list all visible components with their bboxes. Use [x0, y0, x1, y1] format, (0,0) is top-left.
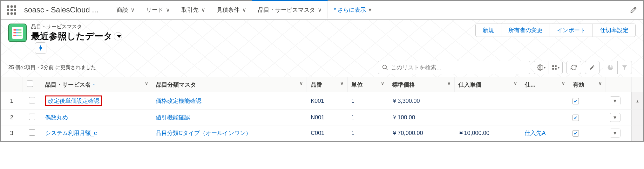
- change-owner-button[interactable]: 所有者の変更: [501, 24, 550, 37]
- filter-button[interactable]: [617, 61, 632, 74]
- cell-item-number: C001: [307, 125, 348, 141]
- row-action-menu[interactable]: ▾: [610, 113, 620, 122]
- svg-point-0: [383, 65, 387, 69]
- col-name[interactable]: 品目・サービス名↑∨: [41, 77, 152, 92]
- chevron-down-icon[interactable]: ∨: [201, 6, 205, 13]
- row-select[interactable]: [23, 125, 41, 141]
- checkbox[interactable]: [29, 97, 35, 103]
- new-button[interactable]: 新規: [475, 24, 501, 37]
- col-supplier[interactable]: 仕...∨: [521, 77, 569, 92]
- dropdown-icon[interactable]: [114, 32, 122, 40]
- row-action-menu[interactable]: ▾: [610, 129, 620, 137]
- edit-nav-icon[interactable]: [630, 6, 637, 13]
- cell-std-price: ￥100.00: [388, 110, 454, 125]
- list-search-input[interactable]: [391, 64, 526, 71]
- chart-button[interactable]: [603, 61, 618, 74]
- nav-product-master[interactable]: 品目・サービスマスタ∨: [252, 0, 328, 18]
- cell-item-number: N001: [307, 110, 348, 125]
- row-action-menu[interactable]: ▾: [610, 96, 620, 105]
- chevron-down-icon[interactable]: ∨: [514, 81, 517, 86]
- rate-setting-button[interactable]: 仕切率設定: [593, 24, 636, 37]
- chevron-down-icon[interactable]: ∨: [242, 6, 246, 13]
- chevron-down-icon[interactable]: ∨: [300, 81, 303, 86]
- cell-category: 価格改定機能確認: [152, 92, 307, 110]
- svg-rect-5: [552, 68, 554, 70]
- item-name-link[interactable]: 改定後単価設定確認: [45, 95, 102, 106]
- row-select[interactable]: [23, 110, 41, 125]
- chevron-down-icon[interactable]: ∨: [318, 6, 322, 13]
- nav-lead[interactable]: リード∨: [140, 1, 176, 19]
- category-link[interactable]: 値引機能確認: [156, 114, 190, 121]
- col-label: 品番: [311, 81, 322, 88]
- nav-label: 品目・サービスマスタ: [258, 6, 315, 14]
- row-select[interactable]: [23, 92, 41, 110]
- caret-down-icon[interactable]: ▾: [369, 6, 371, 13]
- chevron-down-icon[interactable]: ∨: [166, 6, 170, 13]
- checkbox[interactable]: [29, 129, 35, 136]
- chevron-down-icon[interactable]: ∨: [340, 81, 343, 86]
- col-unit[interactable]: 単位∨: [348, 77, 388, 92]
- category-link[interactable]: 品目分類Cタイプ（オールインワン）: [156, 130, 251, 136]
- cell-unit: 1: [348, 110, 388, 125]
- list-view-picker[interactable]: 最近参照したデータ: [31, 30, 122, 42]
- nav-opportunity[interactable]: 商談∨: [111, 1, 140, 19]
- col-valid[interactable]: 有効∨: [569, 77, 606, 92]
- checkbox[interactable]: [27, 81, 33, 87]
- checkbox[interactable]: [29, 114, 35, 120]
- chevron-down-icon[interactable]: ∨: [145, 81, 148, 86]
- chevron-down-icon[interactable]: ∨: [381, 81, 384, 86]
- header-actions: 新規 所有者の変更 インポート 仕切率設定: [476, 24, 636, 37]
- cell-category: 値引機能確認: [152, 110, 307, 125]
- col-select-all[interactable]: [23, 77, 41, 92]
- nav-label: 見積条件: [217, 6, 240, 14]
- nav-label: リード: [146, 6, 163, 14]
- refresh-button[interactable]: [566, 61, 581, 74]
- cell-name: システム利用月額_c: [41, 125, 152, 141]
- header-row: 品目・サービス名↑∨ 品目分類マスタ∨ 品番∨ 単位∨ 標準価格∨ 仕入単価∨ …: [1, 77, 643, 92]
- import-button[interactable]: インポート: [550, 24, 593, 37]
- col-category[interactable]: 品目分類マスタ∨: [152, 77, 307, 92]
- supplier-link[interactable]: 仕入先A: [525, 130, 546, 136]
- cell-unit: 1: [348, 92, 388, 110]
- cell-actions: ▾: [606, 125, 632, 141]
- cell-supplier: [521, 92, 569, 110]
- display-as-button[interactable]: ▾: [548, 61, 563, 74]
- nav-more[interactable]: * さらに表示▾: [328, 1, 377, 19]
- pin-button[interactable]: [35, 42, 46, 54]
- scrollbar-track[interactable]: ▴: [632, 92, 643, 110]
- scrollbar-track[interactable]: [632, 125, 643, 141]
- list-search[interactable]: [378, 61, 530, 74]
- nav-label: 取引先: [181, 6, 199, 14]
- cell-item-number: K001: [307, 92, 348, 110]
- col-std-price[interactable]: 標準価格∨: [388, 77, 454, 92]
- app-name: soasc - SalesCloud ...: [24, 5, 98, 14]
- svg-rect-3: [552, 65, 554, 67]
- item-name-link[interactable]: システム利用月額_c: [45, 130, 97, 136]
- item-name-link[interactable]: 偶数丸め: [45, 114, 68, 121]
- chevron-down-icon[interactable]: ∨: [599, 81, 602, 86]
- col-cost[interactable]: 仕入単価∨: [454, 77, 521, 92]
- cell-category: 品目分類Cタイプ（オールインワン）: [152, 125, 307, 141]
- col-label: 品目・サービス名: [45, 81, 91, 88]
- nav-quotecond[interactable]: 見積条件∨: [211, 1, 252, 19]
- cell-cost: [454, 92, 521, 110]
- chevron-down-icon[interactable]: ∨: [562, 81, 565, 86]
- app-launcher-icon[interactable]: [7, 5, 16, 15]
- list-settings-button[interactable]: ▾: [534, 61, 548, 74]
- global-nav: soasc - SalesCloud ... 商談∨ リード∨ 取引先∨ 見積条…: [1, 1, 643, 20]
- col-actions: [606, 77, 632, 92]
- nav-account[interactable]: 取引先∨: [176, 1, 211, 19]
- scroll-up-icon[interactable]: ▴: [635, 98, 639, 103]
- chevron-down-icon[interactable]: ∨: [447, 81, 451, 86]
- table-row: 1 改定後単価設定確認 価格改定機能確認 K001 1 ￥3,300.00 ✔ …: [1, 92, 643, 110]
- object-label: 品目・サービスマスタ: [31, 24, 82, 29]
- row-number: 1: [1, 92, 23, 110]
- edit-list-button[interactable]: [585, 61, 600, 74]
- chevron-down-icon[interactable]: ∨: [131, 6, 135, 13]
- scrollbar-track[interactable]: [632, 110, 643, 125]
- checkbox-checked: ✔: [573, 115, 579, 121]
- category-link[interactable]: 価格改定機能確認: [156, 98, 201, 104]
- cell-actions: ▾: [606, 92, 632, 110]
- col-item-number[interactable]: 品番∨: [307, 77, 348, 92]
- col-label: 単位: [351, 81, 363, 88]
